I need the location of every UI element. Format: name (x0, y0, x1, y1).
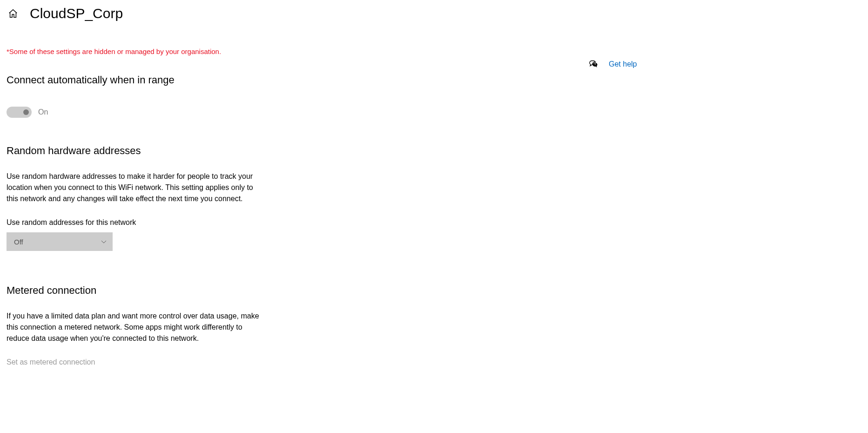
random-hw-description: Use random hardware addresses to make it… (7, 171, 263, 204)
toggle-knob (23, 109, 29, 115)
auto-connect-toggle (7, 107, 32, 118)
random-hw-field-label: Use random addresses for this network (7, 218, 263, 227)
page-title: CloudSP_Corp (30, 6, 123, 21)
managed-notice: *Some of these settings are hidden or ma… (7, 47, 263, 55)
content-area: *Some of these settings are hidden or ma… (0, 47, 270, 366)
auto-connect-heading: Connect automatically when in range (7, 74, 263, 86)
chevron-down-icon (101, 238, 107, 245)
metered-disabled-label: Set as metered connection (7, 358, 263, 366)
metered-description: If you have a limited data plan and want… (7, 311, 263, 344)
home-icon[interactable] (7, 8, 19, 19)
header: CloudSP_Corp (0, 0, 868, 21)
get-help-link[interactable]: Get help (609, 60, 637, 68)
auto-connect-toggle-label: On (38, 108, 48, 116)
metered-heading: Metered connection (7, 284, 263, 297)
random-hw-select: Off (7, 232, 113, 251)
random-hw-heading: Random hardware addresses (7, 145, 263, 157)
help-icon: ? (589, 60, 599, 69)
help-area: ? Get help (589, 60, 637, 69)
svg-text:?: ? (594, 63, 596, 66)
auto-connect-toggle-row: On (7, 107, 263, 118)
random-hw-select-value: Off (14, 238, 23, 246)
